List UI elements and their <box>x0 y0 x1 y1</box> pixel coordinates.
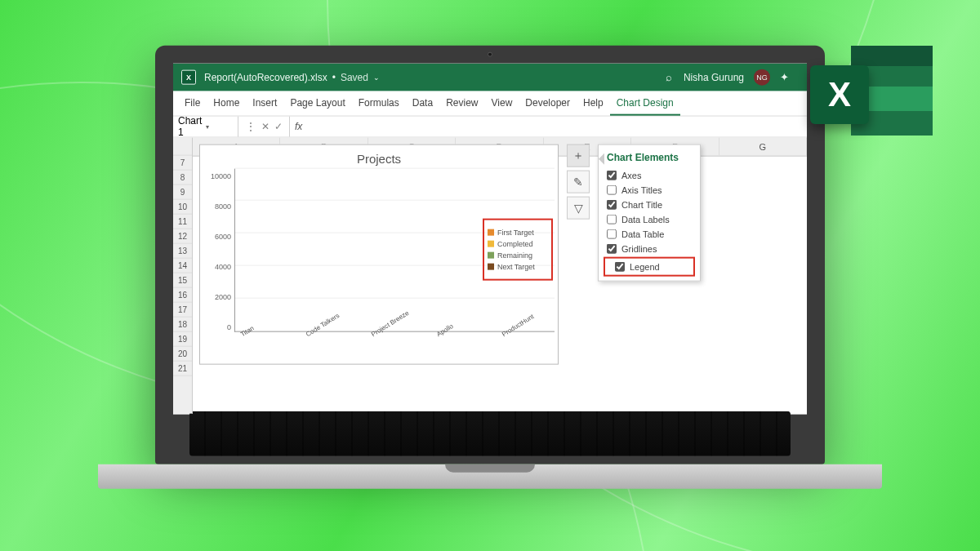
legend-item: Completed <box>488 239 548 247</box>
row-header[interactable]: 7 <box>173 155 192 170</box>
chart-element-option-legend[interactable]: Legend <box>607 259 692 273</box>
excel-logo-large: X <box>810 46 933 144</box>
row-header[interactable]: 20 <box>173 346 192 361</box>
checkbox[interactable] <box>607 243 617 253</box>
row-header[interactable]: 16 <box>173 287 192 302</box>
y-tick: 6000 <box>215 233 231 241</box>
legend-label: Completed <box>497 239 533 247</box>
tab-review[interactable]: Review <box>439 91 484 115</box>
legend-swatch <box>488 229 494 235</box>
tab-formulas[interactable]: Formulas <box>352 91 406 115</box>
option-label: Axes <box>621 170 641 180</box>
row-header[interactable]: 10 <box>173 199 192 214</box>
option-label: Axis Titles <box>621 184 662 194</box>
chart-filters-button[interactable]: ▽ <box>567 196 590 219</box>
legend-label: Remaining <box>497 251 532 259</box>
chart-side-tools: ＋✎▽ <box>567 144 590 219</box>
row-header[interactable]: 18 <box>173 317 192 331</box>
chart-object[interactable]: Projects 1000080006000400020000 TitanCod… <box>199 144 559 364</box>
chart-y-axis: 1000080006000400020000 <box>203 168 234 331</box>
row-header[interactable]: 8 <box>173 170 192 184</box>
checkbox[interactable] <box>607 199 617 209</box>
legend-item: First Target <box>488 228 548 236</box>
chart-x-axis: TitanCode TalkersProject BreezeApolloPro… <box>200 331 558 339</box>
row-header[interactable]: 9 <box>173 184 192 199</box>
checkbox[interactable] <box>607 229 617 238</box>
user-avatar[interactable]: NG <box>754 69 770 85</box>
row-header[interactable]: 17 <box>173 302 192 317</box>
row-header[interactable]: 11 <box>173 214 192 229</box>
y-tick: 8000 <box>215 202 231 210</box>
option-label: Gridlines <box>621 243 657 253</box>
chart-element-option-data-table[interactable]: Data Table <box>599 226 700 241</box>
row-header[interactable]: 21 <box>173 361 192 375</box>
more-icon[interactable]: ⋮ <box>245 121 256 132</box>
column-header[interactable]: G <box>719 137 807 155</box>
chevron-down-icon[interactable]: ▾ <box>206 122 234 130</box>
y-tick: 4000 <box>215 263 231 271</box>
name-box-value: Chart 1 <box>178 115 206 138</box>
legend-swatch <box>488 240 494 247</box>
chart-element-option-axes[interactable]: Axes <box>599 167 700 182</box>
row-header[interactable]: 19 <box>173 331 192 346</box>
y-tick: 0 <box>227 323 231 331</box>
laptop-keyboard <box>189 411 791 455</box>
laptop-camera <box>488 51 492 56</box>
laptop-frame: X Report(AutoRecovered).xlsx • Saved ⌄ ⌕… <box>155 45 825 488</box>
checkbox[interactable] <box>607 170 617 180</box>
row-header[interactable]: 12 <box>173 229 192 243</box>
option-label: Chart Title <box>621 199 662 209</box>
document-filename: Report(AutoRecovered).xlsx <box>204 71 327 82</box>
chart-element-option-gridlines[interactable]: Gridlines <box>599 241 700 256</box>
checkbox[interactable] <box>615 261 625 271</box>
tab-developer[interactable]: Developer <box>519 91 577 115</box>
option-label: Data Table <box>621 229 664 238</box>
ribbon-tabs: FileHomeInsertPage LayoutFormulasDataRev… <box>173 91 807 116</box>
legend-item: Remaining <box>488 251 548 259</box>
y-tick: 2000 <box>215 293 231 301</box>
user-name[interactable]: Nisha Gurung <box>684 71 744 82</box>
tab-data[interactable]: Data <box>406 91 439 115</box>
option-label: Legend <box>630 261 660 271</box>
accept-icon[interactable]: ✓ <box>274 121 283 132</box>
formula-bar: Chart 1 ▾ ⋮ ✕ ✓ fx <box>173 116 807 137</box>
name-box[interactable]: Chart 1 ▾ <box>173 116 238 136</box>
chart-styles-button[interactable]: ✎ <box>567 170 590 193</box>
chart-elements-button[interactable]: ＋ <box>567 144 590 167</box>
fx-label[interactable]: fx <box>290 121 307 132</box>
chart-element-option-data-labels[interactable]: Data Labels <box>599 211 700 226</box>
tab-file[interactable]: File <box>178 91 207 115</box>
checkbox[interactable] <box>607 214 617 224</box>
chart-element-option-axis-titles[interactable]: Axis Titles <box>599 182 700 197</box>
tab-insert[interactable]: Insert <box>246 91 283 115</box>
legend-label: Next Target <box>497 262 535 270</box>
checkbox[interactable] <box>607 184 617 194</box>
save-status: Saved <box>341 71 368 82</box>
laptop-base <box>98 464 882 488</box>
chart-legend: First TargetCompletedRemainingNext Targe… <box>483 218 553 280</box>
title-bar: X Report(AutoRecovered).xlsx • Saved ⌄ ⌕… <box>173 63 807 91</box>
bullet-separator: • <box>332 71 336 82</box>
legend-label: First Target <box>497 228 534 236</box>
search-icon[interactable]: ⌕ <box>666 71 672 83</box>
option-label: Data Labels <box>621 214 670 224</box>
tab-page-layout[interactable]: Page Layout <box>283 91 351 115</box>
excel-app-icon: X <box>181 69 196 84</box>
tab-view[interactable]: View <box>485 91 519 115</box>
y-tick: 10000 <box>211 171 231 180</box>
legend-swatch <box>488 251 494 258</box>
row-headers[interactable]: 789101112131415161718192021 <box>173 137 193 413</box>
chart-element-option-chart-title[interactable]: Chart Title <box>599 197 700 211</box>
excel-logo-letter: X <box>828 75 851 114</box>
row-header[interactable]: 14 <box>173 258 192 273</box>
chevron-down-icon[interactable]: ⌄ <box>373 73 380 81</box>
tab-home[interactable]: Home <box>207 91 246 115</box>
flyout-header: Chart Elements <box>599 148 700 167</box>
row-header[interactable]: 13 <box>173 243 192 258</box>
cancel-icon[interactable]: ✕ <box>261 121 270 132</box>
row-header[interactable]: 15 <box>173 273 192 287</box>
tab-chart-design[interactable]: Chart Design <box>610 91 680 115</box>
chart-title: Projects <box>200 144 558 168</box>
tab-help[interactable]: Help <box>577 91 610 115</box>
premium-icon[interactable]: ✦ <box>780 71 789 83</box>
